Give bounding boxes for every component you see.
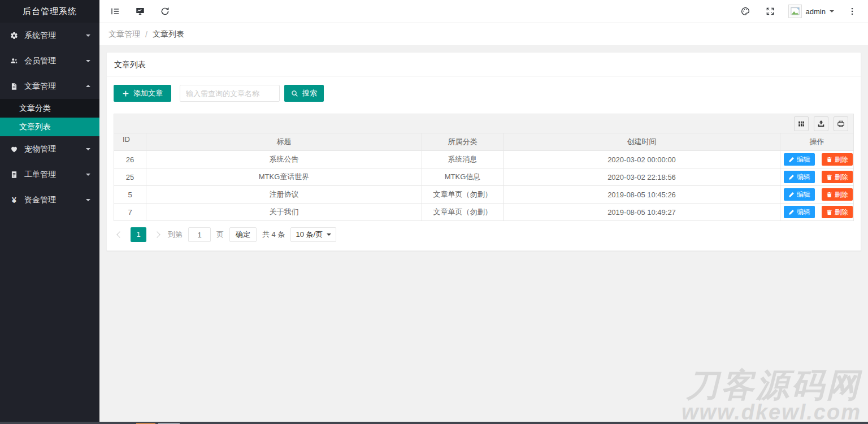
gear-icon [10,31,19,40]
next-page-button[interactable] [152,227,162,242]
search-button[interactable]: 搜索 [284,85,324,102]
print-icon[interactable] [834,116,848,131]
trash-icon [826,157,832,163]
sidebar-item-pets[interactable]: 宠物管理 [0,136,99,162]
pencil-icon [788,192,795,198]
column-header-created: 创建时间 [504,133,780,151]
add-article-button[interactable]: 添加文章 [114,85,171,102]
delete-button[interactable]: 删除 [822,171,853,183]
sidebar-subitem-article-list[interactable]: 文章列表 [0,118,99,136]
users-icon [10,57,19,66]
page-number-current[interactable]: 1 [131,227,146,242]
table-row: 26 系统公告 系统消息 2020-03-02 00:00:00 编辑 删除 [114,151,854,168]
chevron-down-icon [327,233,331,238]
chevron-down-icon [86,174,90,178]
total-count-label: 共 4 条 [262,230,285,240]
chevron-right-icon [154,231,160,237]
breadcrumb-separator: / [145,30,147,39]
refresh-icon[interactable] [153,0,177,23]
table-toolbar [114,114,854,133]
more-vertical-icon[interactable] [840,0,865,23]
sidebar-item-label: 宠物管理 [24,144,86,154]
user-name: admin [806,7,826,16]
confirm-page-button[interactable]: 确定 [229,227,257,242]
page-unit-label: 页 [216,230,224,240]
chevron-down-icon [86,199,90,204]
yen-icon: ¥ [10,196,19,205]
edit-button[interactable]: 编辑 [784,188,815,201]
delete-button[interactable]: 删除 [822,206,853,218]
edit-button[interactable]: 编辑 [784,206,815,218]
pencil-icon [788,157,795,163]
sidebar-item-label: 会员管理 [24,56,86,66]
workbench-icon[interactable] [128,0,153,23]
edit-button[interactable]: 编辑 [784,171,815,183]
sidebar-item-label: 文章管理 [24,81,86,92]
trash-icon [826,192,832,198]
prev-page-button[interactable] [115,227,125,242]
table-row: 25 MTKG童话世界 MTKG信息 2020-03-02 22:18:56 编… [114,168,854,186]
edit-button[interactable]: 编辑 [784,153,815,166]
cell-category: 系统消息 [422,151,504,168]
page-title: 文章列表 [107,53,861,77]
watermark-line1: 刀客源码网 [682,368,861,401]
cell-title: 关于我们 [146,204,422,221]
sidebar-item-tickets[interactable]: 工单管理 [0,162,99,187]
cell-category: 文章单页（勿删） [422,204,504,221]
top-navbar: admin [99,0,868,23]
sidebar-item-articles[interactable]: 文章管理 [0,73,99,99]
table-header-row: ID 标题 所属分类 创建时间 操作 [114,133,854,151]
sidebar-item-funds[interactable]: ¥ 资金管理 [0,187,99,213]
sidebar-item-members[interactable]: 会员管理 [0,48,99,73]
article-icon [10,82,19,91]
cell-id: 5 [114,186,146,204]
sort-icon[interactable] [133,139,137,149]
chevron-down-icon [86,60,90,64]
cell-title: MTKG童话世界 [146,168,422,186]
app-title: 后台管理系统 [0,0,99,23]
cell-created: 2019-08-05 10:45:26 [504,186,780,204]
page-size-select[interactable]: 10 条/页 [290,227,336,242]
filter-columns-icon[interactable] [794,116,809,131]
table-row: 7 关于我们 文章单页（勿删） 2019-08-05 10:49:27 编辑 删… [114,204,854,221]
theme-palette-icon[interactable] [733,0,758,23]
cell-id: 7 [114,204,146,221]
cell-actions: 编辑 删除 [780,204,854,221]
column-header-title: 标题 [146,133,422,151]
cell-category: MTKG信息 [422,168,504,186]
plus-icon [122,90,129,97]
chevron-down-icon [86,34,90,39]
sidebar-item-system[interactable]: 系统管理 [0,23,99,48]
table-row: 5 注册协议 文章单页（勿删） 2019-08-05 10:45:26 编辑 删… [114,186,854,204]
cell-id: 26 [114,151,146,168]
fullscreen-icon[interactable] [758,0,783,23]
article-list-card: 文章列表 添加文章 搜索 [106,52,861,251]
breadcrumb-parent[interactable]: 文章管理 [108,29,140,40]
chevron-left-icon [116,231,123,237]
cell-created: 2020-03-02 22:18:56 [504,168,780,186]
sidebar-submenu-articles: 文章分类 文章列表 [0,99,99,136]
collapse-menu-icon[interactable] [103,0,128,23]
sidebar-menu: 系统管理 会员管理 文章管理 文章分类 文章列表 宠物管理 [0,23,99,213]
chevron-up-icon [86,83,90,87]
pencil-icon [788,174,795,180]
search-input[interactable] [180,85,280,102]
delete-button[interactable]: 删除 [822,153,853,166]
trash-icon [826,209,832,215]
heart-icon [10,145,19,154]
goto-page-input[interactable] [188,227,211,242]
column-header-id[interactable]: ID [114,133,146,151]
delete-button[interactable]: 删除 [822,188,853,201]
cell-actions: 编辑 删除 [780,151,854,168]
bottom-edge-bar [0,422,868,424]
export-icon[interactable] [814,116,828,131]
ticket-icon [10,170,19,179]
navbar-right: admin [733,0,865,23]
sidebar-subitem-article-category[interactable]: 文章分类 [0,99,99,118]
user-menu[interactable]: admin [783,0,840,23]
actions-row: 添加文章 搜索 [114,85,854,102]
navbar-left [103,0,177,23]
cell-title: 系统公告 [146,151,422,168]
chevron-down-icon [86,148,90,153]
sidebar: 后台管理系统 系统管理 会员管理 文章管理 文章分类 文章列表 [0,0,99,424]
